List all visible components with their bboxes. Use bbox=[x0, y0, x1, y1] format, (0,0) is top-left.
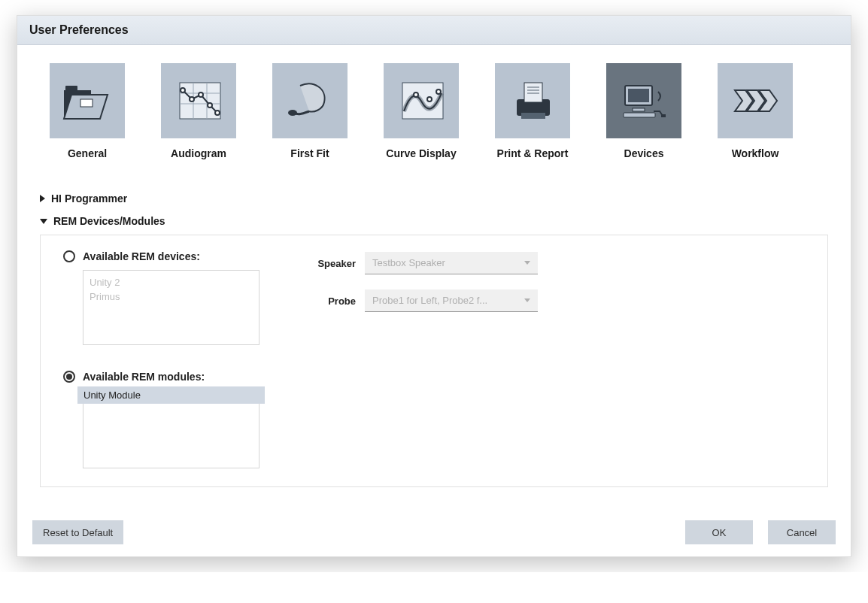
tab-devices[interactable]: Devices bbox=[602, 63, 685, 159]
chart-icon bbox=[161, 63, 236, 138]
tab-label: Devices bbox=[624, 147, 664, 159]
tab-label: Workflow bbox=[732, 147, 779, 159]
modules-listbox[interactable]: Unity Module bbox=[83, 390, 259, 468]
chevron-down-icon bbox=[40, 219, 47, 224]
folder-icon bbox=[50, 63, 125, 138]
radio-icon[interactable] bbox=[63, 250, 75, 262]
window-title: User Preferences bbox=[29, 23, 839, 37]
hearing-aid-icon bbox=[272, 63, 348, 138]
tab-curve-display[interactable]: Curve Display bbox=[380, 63, 463, 159]
section-title: REM Devices/Modules bbox=[53, 215, 165, 227]
svg-point-10 bbox=[190, 97, 194, 102]
radio-label: Available REM devices: bbox=[83, 250, 200, 262]
tab-label: Audiogram bbox=[171, 147, 226, 159]
reset-button[interactable]: Reset to Default bbox=[32, 520, 123, 544]
radio-label: Available REM modules: bbox=[83, 371, 205, 383]
svg-rect-28 bbox=[624, 113, 655, 117]
svg-point-14 bbox=[288, 110, 297, 116]
radio-icon[interactable] bbox=[63, 371, 75, 383]
svg-point-11 bbox=[199, 92, 203, 97]
devices-listbox[interactable]: Unity 2 Primus bbox=[83, 270, 259, 345]
probe-label: Probe bbox=[297, 295, 365, 307]
svg-point-17 bbox=[427, 97, 432, 102]
rem-panel: Available REM devices: Unity 2 Primus Av… bbox=[40, 235, 828, 487]
titlebar: User Preferences bbox=[17, 16, 851, 45]
content-area: General bbox=[17, 45, 851, 511]
chevron-right-icon bbox=[40, 195, 45, 202]
tab-label: First Fit bbox=[290, 147, 329, 159]
tab-label: General bbox=[68, 147, 107, 159]
svg-rect-4 bbox=[180, 83, 220, 119]
tab-workflow[interactable]: Workflow bbox=[714, 63, 797, 159]
tab-label: Print & Report bbox=[497, 147, 569, 159]
section-rem-devices[interactable]: REM Devices/Modules bbox=[40, 212, 828, 230]
svg-point-18 bbox=[436, 89, 441, 94]
curve-icon bbox=[384, 63, 459, 138]
list-item[interactable]: Unity 2 bbox=[90, 275, 253, 289]
cancel-button[interactable]: Cancel bbox=[768, 520, 836, 544]
speaker-label: Speaker bbox=[297, 258, 365, 269]
tab-first-fit[interactable]: First Fit bbox=[269, 63, 351, 159]
printer-icon bbox=[495, 63, 570, 138]
svg-rect-26 bbox=[628, 89, 649, 102]
svg-point-13 bbox=[215, 111, 220, 115]
list-item[interactable]: Primus bbox=[90, 289, 253, 304]
radio-row-devices[interactable]: Available REM devices: bbox=[63, 250, 259, 262]
tab-audiogram[interactable]: Audiogram bbox=[157, 63, 240, 159]
ok-button[interactable]: OK bbox=[685, 520, 753, 544]
svg-point-16 bbox=[414, 92, 418, 97]
probe-select[interactable]: Probe1 for Left, Probe2 f... bbox=[365, 289, 538, 312]
svg-rect-27 bbox=[633, 108, 645, 111]
svg-point-12 bbox=[208, 103, 212, 108]
chevron-down-icon bbox=[524, 298, 530, 302]
tab-print-report[interactable]: Print & Report bbox=[491, 63, 574, 159]
chevron-down-icon bbox=[524, 261, 530, 265]
tab-general[interactable]: General bbox=[46, 63, 129, 159]
svg-rect-3 bbox=[80, 99, 93, 107]
radio-row-modules[interactable]: Available REM modules: bbox=[63, 371, 259, 383]
sections: HI Programmer REM Devices/Modules Availa… bbox=[32, 189, 836, 487]
tab-label: Curve Display bbox=[386, 147, 456, 159]
computer-icon bbox=[606, 63, 681, 138]
section-title: HI Programmer bbox=[51, 192, 127, 205]
list-item[interactable]: Unity Module bbox=[77, 386, 265, 404]
speaker-select[interactable]: Testbox Speaker bbox=[365, 252, 538, 274]
preferences-window: User Preferences General bbox=[17, 15, 851, 557]
select-value: Probe1 for Left, Probe2 f... bbox=[372, 295, 487, 306]
category-tabs: General bbox=[32, 63, 836, 159]
svg-rect-24 bbox=[521, 113, 545, 119]
device-settings: Speaker Testbox Speaker Probe Probe1 for… bbox=[297, 252, 538, 312]
svg-point-9 bbox=[181, 88, 185, 92]
svg-rect-29 bbox=[661, 114, 666, 117]
footer: Reset to Default OK Cancel bbox=[17, 511, 851, 556]
svg-rect-20 bbox=[524, 83, 542, 102]
select-value: Testbox Speaker bbox=[372, 257, 445, 268]
arrows-icon bbox=[718, 63, 793, 138]
section-hi-programmer[interactable]: HI Programmer bbox=[40, 189, 828, 208]
